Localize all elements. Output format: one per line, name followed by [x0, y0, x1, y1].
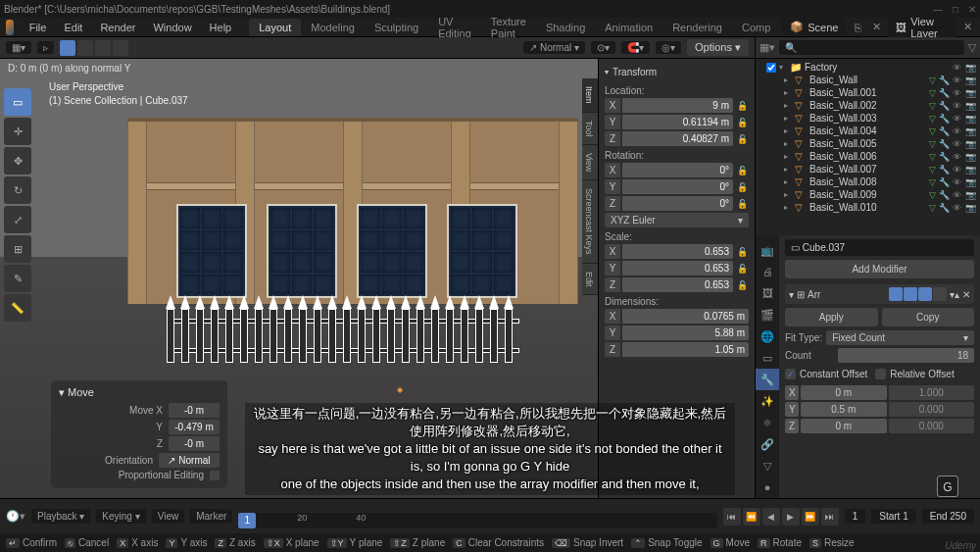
lock-icon[interactable]: 🔓	[735, 199, 749, 209]
dim-z[interactable]: 1.05 m	[622, 342, 749, 357]
menu-edit[interactable]: Edit	[56, 20, 90, 35]
apply-button[interactable]: Apply	[785, 308, 878, 326]
editor-type-dropdown[interactable]: ▦▾	[6, 41, 31, 54]
prop-tab-viewlayer[interactable]: 🖼	[756, 282, 779, 304]
playback-dropdown[interactable]: Playback ▾	[31, 509, 90, 524]
menu-file[interactable]: File	[22, 20, 55, 35]
dim-y[interactable]: 5.88 m	[622, 326, 749, 340]
select-mode3-icon[interactable]	[95, 40, 111, 56]
prop-tab-modifier[interactable]: 🔧	[756, 369, 779, 390]
timeline-view[interactable]: View	[152, 509, 185, 524]
lock-icon[interactable]: 🔓	[735, 134, 749, 144]
outliner-item[interactable]: ▸▽Basic_Wall.002▽🔧👁📷	[756, 99, 980, 112]
scale-y[interactable]: 0.653	[622, 261, 733, 276]
prop-tab-object[interactable]: ▭	[756, 347, 779, 369]
jump-start-icon[interactable]: ⏮	[723, 508, 741, 526]
constant-offset-checkbox[interactable]	[785, 369, 796, 379]
prop-tab-material[interactable]: ●	[756, 477, 779, 498]
mod-cage-icon[interactable]	[933, 287, 947, 301]
measure-tool[interactable]: 📏	[4, 294, 31, 322]
tab-animation[interactable]: Animation	[595, 19, 662, 36]
n-tab-item[interactable]: Item	[582, 78, 598, 113]
loc-y[interactable]: 0.61194 m	[622, 115, 733, 129]
new-scene-icon[interactable]: ⎘	[852, 20, 863, 35]
menu-window[interactable]: Window	[145, 20, 199, 35]
menu-render[interactable]: Render	[92, 20, 143, 35]
outliner-item[interactable]: ▸▽Basic_Wall.008▽🔧👁📷	[756, 176, 980, 188]
loc-z[interactable]: 0.40827 m	[622, 131, 733, 146]
remove-modifier-icon[interactable]: ✕	[962, 289, 970, 300]
select-mode4-icon[interactable]	[113, 40, 128, 56]
delete-scene-icon[interactable]: ✕	[870, 20, 882, 35]
outliner-collection[interactable]: ▾📁 Factory 👁📷	[756, 61, 980, 74]
count-field[interactable]: 18	[838, 348, 974, 363]
tab-layout[interactable]: Layout	[249, 19, 301, 36]
outliner-item[interactable]: ▸▽Basic_Wall.006▽🔧👁📷	[756, 150, 980, 163]
offset-x-rel[interactable]: 1.000	[889, 385, 975, 400]
move-z-value[interactable]: -0 m	[169, 436, 220, 451]
move-y-value[interactable]: -0.479 m	[169, 420, 220, 434]
rot-x[interactable]: 0°	[622, 163, 733, 177]
tab-modeling[interactable]: Modeling	[301, 19, 365, 36]
transform-section-header[interactable]: Transform	[605, 63, 749, 81]
outliner-item[interactable]: ▸▽Basic_Wall.004▽🔧👁📷	[756, 125, 980, 137]
modifier-header[interactable]: ▾⊞ Arr ▾▴✕	[785, 284, 974, 304]
move-tool[interactable]: ✥	[4, 147, 31, 175]
pivot-dropdown[interactable]: ⊙▾	[591, 41, 615, 54]
outliner-item[interactable]: ▸▽Basic_Wall▽🔧👁📷	[756, 74, 980, 86]
prop-tab-physics[interactable]: ⚛	[756, 412, 779, 433]
timeline-marker[interactable]: Marker	[190, 509, 232, 524]
outliner-item[interactable]: ▸▽Basic_Wall.009▽🔧👁📷	[756, 188, 980, 201]
copy-button[interactable]: Copy	[882, 308, 975, 326]
prop-tab-world[interactable]: 🌐	[756, 326, 779, 347]
lock-icon[interactable]: 🔓	[735, 182, 749, 192]
rotate-tool[interactable]: ↻	[4, 176, 31, 204]
select-tool[interactable]: ▭	[4, 88, 31, 116]
scale-tool[interactable]: ⤢	[4, 206, 31, 233]
relative-offset-checkbox[interactable]	[875, 369, 886, 379]
offset-z-rel[interactable]: 0.000	[889, 419, 975, 433]
mod-edit-icon[interactable]	[918, 287, 932, 301]
next-key-icon[interactable]: ⏩	[802, 508, 819, 526]
mod-render-icon[interactable]	[904, 287, 917, 301]
loc-x[interactable]: 9 m	[622, 98, 733, 113]
offset-z-const[interactable]: 0 m	[801, 419, 887, 433]
prop-tab-constraint[interactable]: 🔗	[756, 433, 779, 455]
snap-dropdown[interactable]: 🧲▾	[621, 41, 650, 54]
outliner-item[interactable]: ▸▽Basic_Wall.007▽🔧👁📷	[756, 163, 980, 176]
n-tab-edit[interactable]: Edit	[582, 264, 598, 296]
timeline-type-icon[interactable]: 🕐▾	[6, 510, 25, 523]
frame-end-field[interactable]: End 250	[922, 509, 974, 524]
rot-z[interactable]: 0°	[622, 196, 733, 211]
panel-title[interactable]: ▾ Move	[59, 386, 220, 399]
outliner-item[interactable]: ▸▽Basic_Wall.003▽🔧👁📷	[756, 112, 980, 125]
play-icon[interactable]: ▶	[782, 508, 800, 526]
menu-help[interactable]: Help	[202, 20, 240, 35]
transform-tool[interactable]: ⊞	[4, 235, 31, 263]
delete-viewlayer-icon[interactable]: ✕	[962, 20, 974, 35]
proportional-checkbox[interactable]	[210, 471, 220, 480]
filter-icon[interactable]: ▽	[968, 41, 976, 54]
prev-key-icon[interactable]: ⏪	[743, 508, 760, 526]
properties-breadcrumb[interactable]: ▭ Cube.037	[785, 239, 974, 256]
lock-icon[interactable]: 🔓	[735, 166, 749, 176]
fit-type-dropdown[interactable]: Fixed Count▾	[826, 330, 974, 345]
tab-sculpting[interactable]: Sculpting	[365, 19, 428, 36]
annotate-tool[interactable]: ✎	[4, 265, 31, 292]
outliner-item[interactable]: ▸▽Basic_Wall.001▽🔧👁📷	[756, 86, 980, 99]
outliner-item[interactable]: ▸▽Basic_Wall.010▽🔧👁📷	[756, 201, 980, 214]
n-tab-screencast[interactable]: Screencast Keys	[582, 180, 598, 264]
prop-tab-scene[interactable]: 🎬	[756, 304, 779, 326]
frame-start-field[interactable]: Start 1	[871, 509, 915, 524]
lock-icon[interactable]: 🔓	[735, 264, 749, 274]
lock-icon[interactable]: 🔓	[735, 247, 749, 257]
keying-dropdown[interactable]: Keying ▾	[96, 509, 145, 524]
prop-tab-particle[interactable]: ✨	[756, 390, 779, 412]
lock-icon[interactable]: 🔓	[735, 118, 749, 127]
select-mode-icon[interactable]	[60, 40, 75, 56]
outliner-search[interactable]: 🔍	[779, 40, 964, 55]
rot-y[interactable]: 0°	[622, 179, 733, 194]
prop-tab-output[interactable]: 🖨	[756, 261, 779, 282]
options-button[interactable]: Options ▾	[687, 39, 749, 56]
offset-y-const[interactable]: 0.5 m	[801, 402, 887, 417]
